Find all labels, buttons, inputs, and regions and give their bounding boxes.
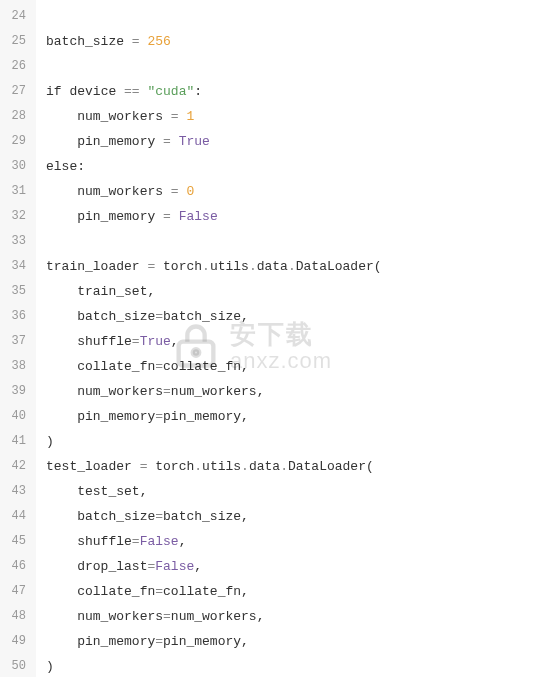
- code-line[interactable]: batch_size = 256: [46, 29, 558, 54]
- line-number: 48: [6, 604, 26, 629]
- line-number: 33: [6, 229, 26, 254]
- code-line[interactable]: pin_memory = True: [46, 129, 558, 154]
- code-line[interactable]: [46, 4, 558, 29]
- line-number: 43: [6, 479, 26, 504]
- code-content[interactable]: batch_size = 256if device == "cuda": num…: [36, 0, 558, 677]
- line-number: 46: [6, 554, 26, 579]
- code-line[interactable]: collate_fn=collate_fn,: [46, 354, 558, 379]
- code-line[interactable]: batch_size=batch_size,: [46, 304, 558, 329]
- line-number: 42: [6, 454, 26, 479]
- code-line[interactable]: num_workers=num_workers,: [46, 379, 558, 404]
- line-number: 29: [6, 129, 26, 154]
- line-number: 44: [6, 504, 26, 529]
- code-line[interactable]: num_workers = 1: [46, 104, 558, 129]
- line-number: 35: [6, 279, 26, 304]
- line-number: 36: [6, 304, 26, 329]
- code-line[interactable]: pin_memory=pin_memory,: [46, 404, 558, 429]
- code-line[interactable]: else:: [46, 154, 558, 179]
- code-line[interactable]: num_workers=num_workers,: [46, 604, 558, 629]
- line-number: 31: [6, 179, 26, 204]
- line-number: 30: [6, 154, 26, 179]
- code-line[interactable]: pin_memory=pin_memory,: [46, 629, 558, 654]
- line-number: 50: [6, 654, 26, 677]
- line-number: 27: [6, 79, 26, 104]
- line-number: 41: [6, 429, 26, 454]
- code-line[interactable]: collate_fn=collate_fn,: [46, 579, 558, 604]
- code-line[interactable]: shuffle=True,: [46, 329, 558, 354]
- line-number: 26: [6, 54, 26, 79]
- code-line[interactable]: train_loader = torch.utils.data.DataLoad…: [46, 254, 558, 279]
- line-number: 24: [6, 4, 26, 29]
- code-line[interactable]: pin_memory = False: [46, 204, 558, 229]
- code-line[interactable]: [46, 229, 558, 254]
- code-line[interactable]: ): [46, 654, 558, 677]
- code-line[interactable]: test_set,: [46, 479, 558, 504]
- code-line[interactable]: if device == "cuda":: [46, 79, 558, 104]
- code-line[interactable]: batch_size=batch_size,: [46, 504, 558, 529]
- line-number: 34: [6, 254, 26, 279]
- code-line[interactable]: drop_last=False,: [46, 554, 558, 579]
- line-number-gutter: 2425262728293031323334353637383940414243…: [0, 0, 36, 677]
- line-number: 37: [6, 329, 26, 354]
- code-line[interactable]: ): [46, 429, 558, 454]
- line-number: 25: [6, 29, 26, 54]
- line-number: 28: [6, 104, 26, 129]
- code-line[interactable]: test_loader = torch.utils.data.DataLoade…: [46, 454, 558, 479]
- code-line[interactable]: train_set,: [46, 279, 558, 304]
- line-number: 40: [6, 404, 26, 429]
- code-line[interactable]: num_workers = 0: [46, 179, 558, 204]
- line-number: 32: [6, 204, 26, 229]
- line-number: 39: [6, 379, 26, 404]
- line-number: 38: [6, 354, 26, 379]
- code-line[interactable]: shuffle=False,: [46, 529, 558, 554]
- line-number: 45: [6, 529, 26, 554]
- code-line[interactable]: [46, 54, 558, 79]
- code-editor[interactable]: 2425262728293031323334353637383940414243…: [0, 0, 558, 677]
- line-number: 49: [6, 629, 26, 654]
- line-number: 47: [6, 579, 26, 604]
